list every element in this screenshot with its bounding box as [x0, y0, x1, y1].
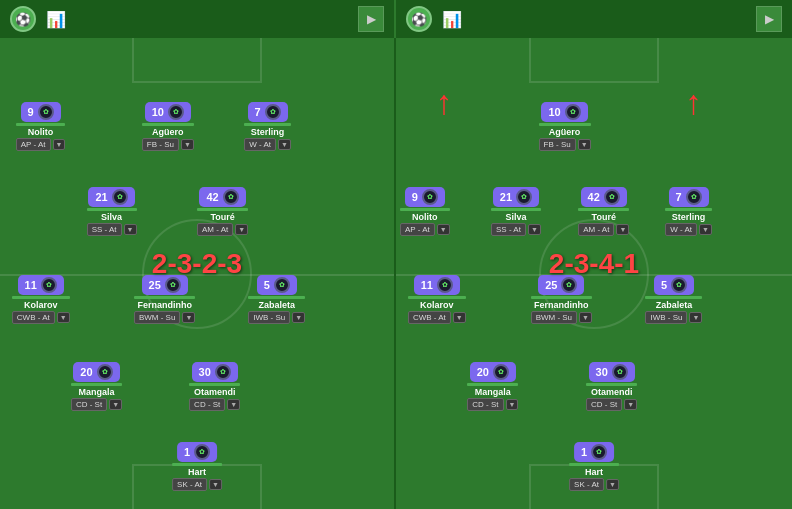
bar-chart-icon-left[interactable]: 📊 [46, 10, 66, 29]
player-number: 25 [149, 279, 161, 291]
player-name: Silva [101, 212, 122, 222]
player-role: CWB - At [12, 311, 55, 324]
player-otamendi-right: 30 ✿ Otamendi CD - St ▼ [586, 362, 637, 411]
player-hart-left: 1 ✿ Hart SK - At ▼ [172, 442, 222, 491]
player-name: Fernandinho [137, 300, 192, 310]
dropdown-icon[interactable]: ▼ [278, 139, 291, 150]
wheel-icon: ✿ [215, 364, 231, 380]
player-number: 1 [184, 446, 190, 458]
player-toure-left: 42 ✿ Touré AM - At ▼ [197, 187, 248, 236]
wheel-icon: ✿ [97, 364, 113, 380]
player-silva-left: 21 ✿ Silva SS - At ▼ [87, 187, 137, 236]
formation-label-right: 2-3-4-1 [549, 248, 639, 280]
player-role: AP - At [16, 138, 51, 151]
player-hart-right: 1 ✿ Hart SK - At ▼ [569, 442, 619, 491]
player-silva-right: 21 ✿ Silva SS - At ▼ [491, 187, 541, 236]
expand-btn-right[interactable]: ▶ [756, 6, 782, 32]
player-number: 10 [152, 106, 164, 118]
player-nolito-right: 9 ✿ Nolito AP - At ▼ [400, 187, 450, 236]
wheel-icon: ✿ [265, 104, 281, 120]
dropdown-icon[interactable]: ▼ [624, 399, 637, 410]
player-number: 5 [264, 279, 270, 291]
pitches-container: 2-3-2-3 1 ✿ Hart SK - At ▼ 20 ✿ [0, 38, 792, 509]
player-role: AM - At [197, 223, 233, 236]
dropdown-icon[interactable]: ▼ [616, 224, 629, 235]
player-name: Otamendi [194, 387, 236, 397]
player-role: SK - At [172, 478, 207, 491]
dropdown-icon[interactable]: ▼ [528, 224, 541, 235]
player-zabaleta-right: 5 ✿ Zabaleta IWB - Su ▼ [645, 275, 702, 324]
player-aguero-right: 10 ✿ Agüero FB - Su ▼ [539, 102, 591, 151]
player-role: BWM - Su [134, 311, 180, 324]
dropdown-icon[interactable]: ▼ [578, 139, 591, 150]
expand-btn-left[interactable]: ▶ [358, 6, 384, 32]
dropdown-icon[interactable]: ▼ [453, 312, 466, 323]
wheel-icon: ✿ [194, 444, 210, 460]
dropdown-icon[interactable]: ▼ [606, 479, 619, 490]
wheel-icon: ✿ [112, 189, 128, 205]
formation-label-left: 2-3-2-3 [152, 248, 242, 280]
player-aguero-left: 10 ✿ Agüero FB - Su ▼ [142, 102, 194, 151]
player-zabaleta-left: 5 ✿ Zabaleta IWB - Su ▼ [248, 275, 305, 324]
player-number: 21 [95, 191, 107, 203]
player-number: 7 [255, 106, 261, 118]
player-name: Agüero [152, 127, 184, 137]
dropdown-icon[interactable]: ▼ [437, 224, 450, 235]
left-panel-bar: ⚽ 📊 ▶ [0, 0, 396, 38]
dropdown-icon[interactable]: ▼ [53, 139, 66, 150]
wheel-icon: ✿ [168, 104, 184, 120]
dropdown-icon[interactable]: ▼ [579, 312, 592, 323]
bar-chart-icon-right[interactable]: 📊 [442, 10, 462, 29]
player-number: 30 [199, 366, 211, 378]
dropdown-icon[interactable]: ▼ [182, 312, 195, 323]
dropdown-icon[interactable]: ▼ [506, 399, 519, 410]
right-pitch: 2-3-4-1 ↑ ↑ 1 ✿ Hart SK - At ▼ [396, 38, 792, 509]
player-number: 9 [28, 106, 34, 118]
app-container: ⚽ 📊 ▶ ⚽ 📊 ▶ 2-3-2-3 1 ✿ [0, 0, 792, 509]
player-role: SS - At [87, 223, 122, 236]
left-pitch: 2-3-2-3 1 ✿ Hart SK - At ▼ 20 ✿ [0, 38, 396, 509]
wheel-icon: ✿ [41, 277, 57, 293]
dropdown-icon[interactable]: ▼ [109, 399, 122, 410]
player-number: 20 [80, 366, 92, 378]
player-fernandinho-left: 25 ✿ Fernandinho BWM - Su ▼ [134, 275, 195, 324]
top-box-left [132, 38, 262, 83]
top-box-right [529, 38, 659, 83]
player-mangala-left: 20 ✿ Mangala CD - St ▼ [71, 362, 122, 411]
soccer-icon-left[interactable]: ⚽ [10, 6, 36, 32]
player-sterling-left: 7 ✿ Sterling W - At ▼ [244, 102, 291, 151]
player-kolarov-right: 11 ✿ Kolarov CWB - At ▼ [408, 275, 466, 324]
player-name: Hart [188, 467, 206, 477]
wheel-icon: ✿ [38, 104, 54, 120]
player-name: Nolito [28, 127, 54, 137]
player-kolarov-left: 11 ✿ Kolarov CWB - At ▼ [12, 275, 70, 324]
player-toure-right: 42 ✿ Touré AM - At ▼ [578, 187, 629, 236]
arrow-nolito: ↑ [436, 85, 453, 119]
player-role: CD - St [189, 398, 225, 411]
dropdown-icon[interactable]: ▼ [57, 312, 70, 323]
dropdown-icon[interactable]: ▼ [124, 224, 137, 235]
dropdown-icon[interactable]: ▼ [689, 312, 702, 323]
dropdown-icon[interactable]: ▼ [209, 479, 222, 490]
player-number: 42 [206, 191, 218, 203]
player-name: Sterling [251, 127, 285, 137]
player-nolito-left: 9 ✿ Nolito AP - At ▼ [16, 102, 66, 151]
player-name: Kolarov [24, 300, 58, 310]
dropdown-icon[interactable]: ▼ [181, 139, 194, 150]
dropdown-icon[interactable]: ▼ [699, 224, 712, 235]
player-name: Zabaleta [258, 300, 295, 310]
player-otamendi-left: 30 ✿ Otamendi CD - St ▼ [189, 362, 240, 411]
player-number: 11 [25, 279, 37, 291]
dropdown-icon[interactable]: ▼ [235, 224, 248, 235]
player-name: Mangala [78, 387, 114, 397]
right-panel-bar: ⚽ 📊 ▶ [396, 0, 792, 38]
player-role: W - At [244, 138, 276, 151]
player-fernandinho-right: 25 ✿ Fernandinho BWM - Su ▼ [531, 275, 592, 324]
soccer-icon-right[interactable]: ⚽ [406, 6, 432, 32]
player-role: CD - St [71, 398, 107, 411]
wheel-icon: ✿ [274, 277, 290, 293]
dropdown-icon[interactable]: ▼ [292, 312, 305, 323]
dropdown-icon[interactable]: ▼ [227, 399, 240, 410]
top-bar: ⚽ 📊 ▶ ⚽ 📊 ▶ [0, 0, 792, 38]
player-role: FB - Su [142, 138, 179, 151]
